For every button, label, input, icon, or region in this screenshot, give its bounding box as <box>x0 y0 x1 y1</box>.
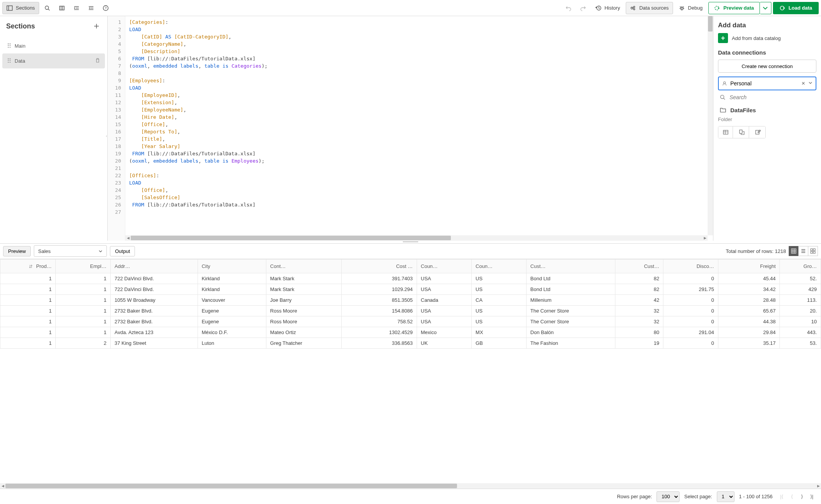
table-cell: Joe Barry <box>266 294 341 305</box>
svg-point-31 <box>723 82 725 84</box>
debug-label: Debug <box>688 5 703 11</box>
connection-search-input[interactable] <box>730 94 815 100</box>
drag-handle-icon[interactable]: ⠿ <box>7 57 11 65</box>
load-data-button[interactable]: Load data <box>773 2 819 14</box>
output-tab[interactable]: Output <box>110 246 135 256</box>
first-page-button[interactable]: |⟨ <box>777 492 786 501</box>
table-row[interactable]: 111055 W BroadwayVancouverJoe Barry851.3… <box>0 294 821 305</box>
column-header[interactable]: Cost … <box>341 259 417 273</box>
history-icon <box>595 5 602 11</box>
connection-actions <box>718 126 766 138</box>
preview-horizontal-scrollbar[interactable]: ◀▶ <box>0 483 821 489</box>
table-cell: CA <box>472 294 527 305</box>
folder-type: Folder <box>718 116 816 122</box>
preview-data-dropdown[interactable] <box>760 2 771 14</box>
indent-icon <box>73 5 80 11</box>
space-selector[interactable]: ✕ <box>718 77 816 90</box>
column-header[interactable]: Cust… <box>526 259 615 273</box>
table-row[interactable]: 11722 DaVinci Blvd.KirklandMark Stark102… <box>0 284 821 294</box>
table-cell: 1 <box>0 284 56 294</box>
preview-tab[interactable]: Preview <box>3 246 31 256</box>
section-item[interactable]: ⠿Main <box>2 38 105 53</box>
clear-space-icon[interactable]: ✕ <box>801 81 805 86</box>
drag-handle-icon[interactable]: ⠿ <box>7 42 11 50</box>
comment-icon <box>59 5 65 11</box>
table-cell: 45.44 <box>718 273 779 284</box>
undo-button[interactable] <box>562 2 575 14</box>
table-row[interactable]: 11Avda. Azteca 123México D.F.Mateo Ortiz… <box>0 327 821 338</box>
section-label: Main <box>15 43 25 49</box>
table-cell: 34.42 <box>718 284 779 294</box>
grid-view-icon <box>810 248 816 254</box>
table-cell: 722 DaVinci Blvd. <box>110 284 198 294</box>
create-connection-button[interactable]: Create new connection <box>718 60 816 73</box>
preview-data-button[interactable]: Preview data <box>708 2 760 14</box>
column-header[interactable]: Coun… <box>472 259 527 273</box>
connection-search[interactable] <box>718 90 816 104</box>
redo-button[interactable] <box>577 2 590 14</box>
indent-button[interactable] <box>70 2 83 14</box>
preview-table-wrap[interactable]: Prod…Empl…Addr…CityCont…Cost …Coun…Coun…… <box>0 259 821 484</box>
preview-table-select[interactable]: Sales <box>34 245 107 257</box>
delete-section-icon[interactable] <box>95 58 100 64</box>
svg-line-33 <box>724 98 725 100</box>
column-header[interactable]: Empl… <box>56 259 111 273</box>
code-content[interactable]: [Categories]:LOAD [CatID] AS [CatID-Cate… <box>125 16 713 218</box>
table-row[interactable]: 1237 King StreetLutonGreg Thatcher336.85… <box>0 338 821 348</box>
select-data-button[interactable] <box>718 126 733 138</box>
space-input[interactable] <box>730 80 798 86</box>
table-cell: 53. <box>780 338 821 348</box>
svg-rect-34 <box>723 130 728 134</box>
editor-vertical-scrollbar[interactable] <box>708 16 713 235</box>
comment-toggle-button[interactable] <box>55 2 68 14</box>
column-header[interactable]: Prod… <box>0 259 56 273</box>
column-header[interactable]: Addr… <box>110 259 198 273</box>
outdent-button[interactable] <box>85 2 98 14</box>
horizontal-splitter[interactable] <box>0 241 821 244</box>
view-list-button[interactable] <box>798 246 808 256</box>
data-sources-button[interactable]: Data sources <box>626 2 673 14</box>
column-header[interactable]: Gro… <box>780 259 821 273</box>
sections-toggle-button[interactable]: Sections <box>2 2 39 14</box>
sections-toggle-label: Sections <box>16 5 35 11</box>
history-button[interactable]: History <box>591 2 624 14</box>
add-section-button[interactable] <box>92 22 101 31</box>
select-page-label: Select page: <box>684 494 712 499</box>
prev-page-button[interactable]: ⟨ <box>787 492 796 501</box>
table-cell: 29.84 <box>718 327 779 338</box>
column-header[interactable]: Freight <box>718 259 779 273</box>
sidebar-collapse-handle[interactable]: ‹ <box>105 128 108 144</box>
table-cell: 44.38 <box>718 316 779 327</box>
last-page-button[interactable]: ⟩| <box>807 492 816 501</box>
help-button[interactable]: ? <box>99 2 112 14</box>
table-cell: 391.7403 <box>341 273 417 284</box>
editor-horizontal-scrollbar[interactable]: ◀▶ <box>125 235 708 241</box>
debug-button[interactable]: Debug <box>675 2 707 14</box>
view-grid-button[interactable] <box>808 246 818 256</box>
insert-script-button[interactable] <box>735 126 749 138</box>
view-table-button[interactable] <box>789 246 799 256</box>
table-row[interactable]: 112732 Baker Blvd.EugeneRoss Moore154.80… <box>0 305 821 316</box>
search-button[interactable] <box>41 2 54 14</box>
page-select[interactable]: 1 <box>717 491 735 502</box>
table-cell: Kirkland <box>198 273 266 284</box>
column-header[interactable]: Disco… <box>663 259 718 273</box>
section-item[interactable]: ⠿Data <box>2 53 105 68</box>
edit-connection-button[interactable] <box>751 126 765 138</box>
column-header[interactable]: Coun… <box>417 259 472 273</box>
space-dropdown-icon[interactable] <box>808 81 813 86</box>
add-from-catalog-button[interactable]: + Add from data catalog <box>718 33 816 43</box>
column-header[interactable]: City <box>198 259 266 273</box>
column-header[interactable]: Cust… <box>615 259 663 273</box>
rows-per-page-select[interactable]: 100 <box>656 491 680 502</box>
section-label: Data <box>15 58 25 64</box>
table-row[interactable]: 11722 DaVinci Blvd.KirklandMark Stark391… <box>0 273 821 284</box>
next-page-button[interactable]: ⟩ <box>797 492 806 501</box>
datafiles-connection[interactable]: DataFiles <box>718 104 816 116</box>
table-row[interactable]: 112732 Baker Blvd.EugeneRoss Moore758.52… <box>0 316 821 327</box>
column-header[interactable]: Cont… <box>266 259 341 273</box>
script-editor[interactable]: ‹ 12345678910111213141516171819202122232… <box>108 16 713 241</box>
table-cell: 65.67 <box>718 305 779 316</box>
svg-point-28 <box>780 6 784 10</box>
line-gutter: 1234567891011121314151617181920212223242… <box>108 16 125 241</box>
